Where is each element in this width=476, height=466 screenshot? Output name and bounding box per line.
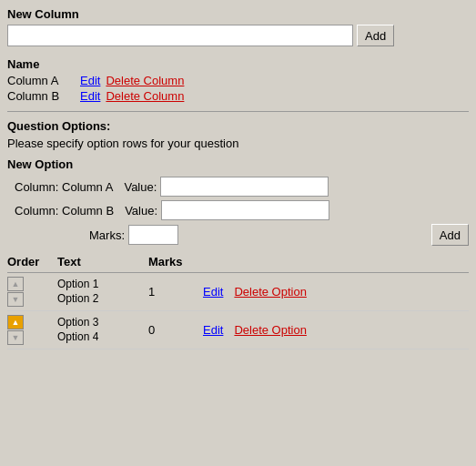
option-1-text: Option 1 Option 2	[57, 278, 148, 306]
marks-label: Marks:	[15, 228, 125, 242]
new-column-input[interactable]	[7, 25, 353, 46]
option-1-up-arrow[interactable]: ▲	[7, 277, 24, 291]
new-option-title: New Option	[7, 157, 469, 171]
new-option-add-button[interactable]: Add	[431, 224, 469, 246]
column-a-label: Column: Column A	[15, 180, 113, 194]
option-2-marks: 0	[148, 323, 203, 337]
column-a-edit-link[interactable]: Edit	[80, 74, 100, 87]
option-2-up-arrow[interactable]: ▲	[7, 315, 24, 329]
value-a-label: Value:	[124, 180, 157, 194]
columns-section: Name Column A Edit Delete Column Column …	[7, 56, 469, 104]
option-row-2: ▲ ▼ Option 3 Option 4 0 Edit Delete Opti…	[7, 311, 469, 350]
column-b-row: Column B Edit Delete Column	[7, 88, 469, 104]
column-b-value-input[interactable]	[161, 200, 329, 220]
column-a-name: Column A	[7, 74, 80, 87]
column-a-value-input[interactable]	[160, 177, 329, 197]
columns-header: Name	[7, 56, 469, 73]
new-option-section: New Option Column: Column A Value: Colum…	[7, 157, 469, 246]
option-2-text: Option 3 Option 4	[57, 316, 148, 344]
header-marks: Marks	[148, 255, 203, 268]
option-2-delete-link[interactable]: Delete Option	[234, 323, 307, 337]
divider-1	[7, 111, 469, 112]
column-b-delete-link[interactable]: Delete Column	[106, 89, 184, 103]
option-2-order: ▲ ▼	[7, 315, 57, 345]
option-2-actions: Edit Delete Option	[203, 323, 469, 337]
option-2-edit-link[interactable]: Edit	[203, 323, 223, 337]
option-1-down-arrow[interactable]: ▼	[7, 292, 24, 307]
column-b-edit-link[interactable]: Edit	[80, 89, 100, 103]
option-2-down-arrow[interactable]: ▼	[7, 330, 24, 345]
value-b-label: Value:	[125, 204, 157, 218]
question-options-description: Please specify option rows for your ques…	[7, 137, 469, 150]
option-1-order: ▲ ▼	[7, 277, 57, 307]
option-1-edit-link[interactable]: Edit	[203, 285, 223, 299]
new-column-row: Add	[7, 25, 469, 46]
option-2-arrows: ▲ ▼	[7, 315, 54, 345]
header-text: Text	[57, 255, 148, 268]
column-a-delete-link[interactable]: Delete Column	[106, 74, 184, 87]
options-table-header: Order Text Marks	[7, 253, 469, 273]
option-1-marks: 1	[148, 285, 203, 299]
column-b-value-row: Column: Column B Value:	[7, 200, 469, 220]
new-column-section: New Column Add	[7, 7, 469, 46]
options-table: Order Text Marks ▲ ▼ Option 1 Option 2 1…	[7, 253, 469, 350]
question-options-section: Question Options: Please specify option …	[7, 119, 469, 246]
column-a-value-row: Column: Column A Value:	[7, 177, 469, 197]
column-b-name: Column B	[7, 89, 80, 103]
column-b-label: Column: Column B	[15, 204, 114, 218]
option-row-1: ▲ ▼ Option 1 Option 2 1 Edit Delete Opti…	[7, 273, 469, 311]
header-order: Order	[7, 255, 57, 268]
new-column-title: New Column	[7, 7, 469, 21]
option-1-delete-link[interactable]: Delete Option	[234, 285, 307, 299]
question-options-title: Question Options:	[7, 119, 469, 133]
new-column-add-button[interactable]: Add	[357, 25, 394, 46]
option-1-actions: Edit Delete Option	[203, 285, 469, 299]
marks-input[interactable]	[128, 225, 178, 245]
column-a-row: Column A Edit Delete Column	[7, 73, 469, 88]
option-1-arrows: ▲ ▼	[7, 277, 54, 307]
